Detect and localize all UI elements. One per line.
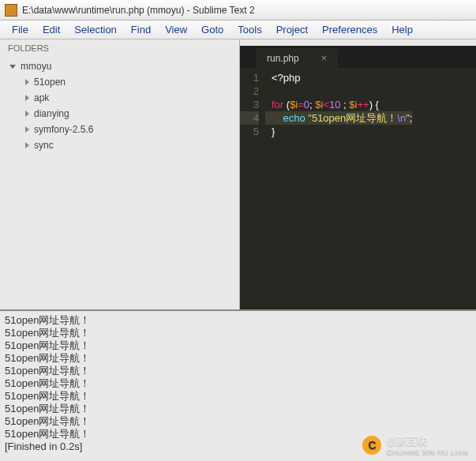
line-number: 1 [240,71,259,84]
watermark-brand: 创新互联 [386,434,468,448]
console-line: 51open网址导航！ [5,314,471,327]
tree-label: apk [34,92,49,103]
code-token: 0 [304,99,309,111]
line-number: 2 [240,84,259,98]
code-token: $i [290,99,298,111]
close-icon[interactable]: × [321,52,328,64]
code-token: 10 [329,99,340,111]
code-token: $i [315,99,323,111]
main-area: FOLDERS mmoyu 51open apk dianying symfon… [0,39,476,311]
menu-bar: File Edit Selection Find View Goto Tools… [0,21,476,39]
tree-label: symfony-2.5.6 [34,124,93,135]
menu-tools[interactable]: Tools [231,22,268,37]
code-token: \n [397,112,406,124]
sidebar: FOLDERS mmoyu 51open apk dianying symfon… [0,39,240,309]
menu-help[interactable]: Help [384,22,420,37]
chevron-right-icon [25,79,29,85]
menu-view[interactable]: View [158,22,194,37]
tab-run-php[interactable]: run.php × [256,48,338,68]
tree-item[interactable]: symfony-2.5.6 [0,122,239,137]
console-line: 51open网址导航！ [5,352,471,365]
menu-edit[interactable]: Edit [36,22,67,37]
code-token: < [323,99,329,111]
tree-item[interactable]: sync [0,137,239,153]
line-gutter: 1 2 3 4 5 [240,68,265,309]
chevron-right-icon [25,95,29,101]
tree-item[interactable]: 51open [0,74,239,90]
menu-preferences[interactable]: Preferences [315,22,384,37]
chevron-right-icon [25,142,29,148]
tree-label: 51open [34,77,66,88]
tree-root[interactable]: mmoyu [0,58,239,74]
console-line: 51open网址导航！ [5,390,471,403]
code-token: for [272,99,283,111]
console-line: 51open网址导航！ [5,327,471,339]
watermark: C 创新互联 CHUANG XIN HU LIAN [362,434,468,456]
tree-label: mmoyu [21,61,51,72]
console-line: 51open网址导航！ [5,403,471,415]
line-number: 5 [240,125,259,138]
tree-label: sync [34,140,54,151]
chevron-down-icon [9,65,16,69]
code-token: <?php [272,72,301,84]
console-line: 51open网址导航！ [5,377,471,390]
tree-label: dianying [34,108,69,119]
code-token: $i [349,99,357,111]
menu-selection[interactable]: Selection [67,22,123,37]
tab-label: run.php [267,53,299,64]
code-token: echo [283,112,305,124]
watermark-sub: CHUANG XIN HU LIAN [386,448,468,456]
menu-project[interactable]: Project [269,22,315,37]
code-token: "51open网址导航！ [308,112,397,124]
sidebar-title: FOLDERS [0,39,239,57]
code-editor[interactable]: 1 2 3 4 5 <?php for ($i=0; $i<10 ; $i++)… [240,68,476,309]
editor-pane: run.php × 1 2 3 4 5 <?php for ($i=0; $i<… [240,39,476,309]
window-title: E:\data\www\runtime\run.php (mmoyu) - Su… [22,5,255,16]
tree-item[interactable]: dianying [0,106,239,122]
menu-find[interactable]: Find [124,22,158,37]
chevron-right-icon [25,126,29,133]
console-line: 51open网址导航！ [5,339,471,352]
title-bar: E:\data\www\runtime\run.php (mmoyu) - Su… [0,0,476,21]
tab-bar: run.php × [240,46,476,68]
app-icon [5,4,17,17]
console-line: 51open网址导航！ [5,415,471,428]
menu-goto[interactable]: Goto [194,22,231,37]
tree-item[interactable]: apk [0,90,239,106]
watermark-logo-icon: C [362,436,381,455]
line-number: 3 [240,98,259,111]
console-line: 51open网址导航！ [5,365,471,377]
code-token: ++ [357,99,369,111]
chevron-right-icon [25,111,29,117]
menu-file[interactable]: File [5,22,36,37]
code-area[interactable]: <?php for ($i=0; $i<10 ; $i++) { echo "5… [265,68,412,309]
folder-tree: mmoyu 51open apk dianying symfony-2.5.6 … [0,57,239,155]
line-number: 4 [240,111,259,125]
